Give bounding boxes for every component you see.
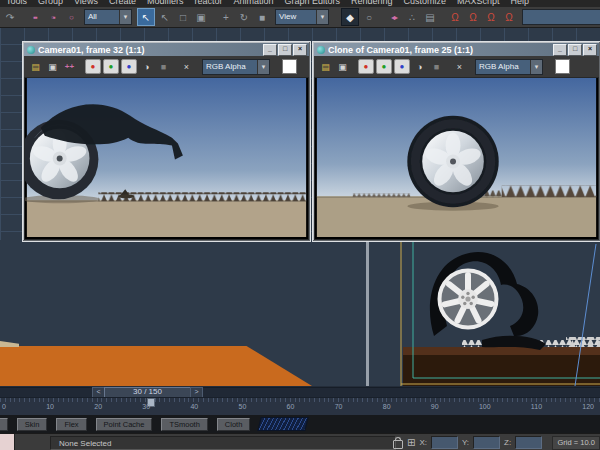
select-by-name-icon[interactable]: ↖ [157,9,173,25]
maximize-button[interactable]: □ [568,44,582,56]
menu-item[interactable]: Modifiers [147,0,184,6]
trackbar-frame-label: 30 [142,403,150,410]
bind-spacewarp-icon[interactable]: ○ [63,9,79,25]
green-channel-icon[interactable]: ● [103,59,119,74]
close-button[interactable]: × [583,44,597,56]
render-window-clone: Clone of Camera01, frame 25 (1:1) _ □ × … [312,41,600,242]
main-toolbar: ↷▪▪▫▪○ All ▼ ↖↖□▣+↻■ View ▼ ◆○◂▸∴▤ΩΩΩΩ ▼… [0,7,600,28]
modifier-shelf-button[interactable]: Cloth [217,418,251,431]
coordinate-field[interactable] [515,436,542,449]
redo-icon[interactable]: ↷ [2,9,18,25]
ref-coord-value: View [276,10,316,24]
save-bitmap-icon[interactable]: ▤ [28,60,43,74]
wheel-model [430,252,546,350]
modifier-shelf-button[interactable]: TSmooth [161,418,207,431]
angle-snap-icon[interactable]: Ω [465,9,481,25]
ref-coord-dropdown[interactable]: View ▼ [275,9,329,25]
menu-item[interactable]: Customize [404,0,447,6]
trackbar-frame-label: 0 [2,403,6,410]
alpha-channel-icon[interactable]: ◑ [139,60,154,74]
clear-icon[interactable]: × [179,60,194,74]
menu-item[interactable]: Group [38,0,63,6]
coordinate-axis-label: Y: [462,438,469,447]
rendered-frame-image [24,77,309,240]
menu-item[interactable]: MAXScript [457,0,500,6]
background-color-swatch[interactable] [282,59,297,74]
macro-recorder-panel [0,434,15,450]
background-color-swatch[interactable] [555,59,570,74]
menu-item[interactable]: Animation [233,0,273,6]
layers-icon[interactable]: ▤ [422,9,438,25]
scale-icon[interactable]: ■ [254,9,270,25]
red-channel-icon[interactable]: ● [358,59,374,74]
menu-item[interactable]: Tools [6,0,27,6]
unlink-selection-icon[interactable]: ▫▪ [45,9,61,25]
minimize-button[interactable]: _ [553,44,567,56]
select-move-icon[interactable]: + [218,9,234,25]
close-button[interactable]: × [293,44,307,56]
selection-filter-value: All [85,10,119,24]
selection-lock-icon[interactable] [393,440,403,449]
rotate-icon[interactable]: ↻ [236,9,252,25]
coordinate-field[interactable] [473,436,500,449]
alpha-channel-icon[interactable]: ◑ [412,60,427,74]
green-channel-icon[interactable]: ● [376,59,392,74]
clone-window-icon[interactable]: ▣ [335,60,350,74]
select-manipulate-icon[interactable]: ○ [361,9,377,25]
monochrome-icon[interactable]: ■ [156,60,171,74]
monochrome-icon[interactable]: ■ [429,60,444,74]
selection-prompt: None Selected [51,437,395,448]
blue-channel-icon[interactable]: ● [121,59,137,74]
grid-size-label: Grid = 10.0 [552,436,600,450]
window-title-bar[interactable]: Camera01, frame 32 (1:1) _ □ × [24,43,309,56]
menu-bar: ToolsGroupViewsCreateModifiersreactorAni… [0,0,600,7]
select-object-icon[interactable]: ↖ [137,8,155,26]
viewport-splitter[interactable] [366,240,369,386]
menu-item[interactable]: Help [511,0,530,6]
window-title-bar[interactable]: Clone of Camera01, frame 25 (1:1) _ □ × [314,43,599,56]
save-bitmap-icon[interactable]: ▤ [318,60,333,74]
menu-item[interactable]: Graph Editors [284,0,340,6]
trackbar-frame-label: 100 [479,403,491,410]
maximize-button[interactable]: □ [278,44,292,56]
mirror-icon[interactable]: ◂▸ [386,9,402,25]
clear-icon[interactable]: × [452,60,467,74]
percent-snap-icon[interactable]: Ω [483,9,499,25]
perspective-viewport-ground-edge [0,341,19,347]
use-center-icon[interactable]: ◆ [341,8,359,26]
modifier-shelf-button[interactable]: Skin [17,418,48,431]
camera-viewport-scene[interactable] [370,240,600,386]
menu-item[interactable]: Rendering [351,0,393,6]
select-and-link-icon[interactable]: ▪▪ [27,9,43,25]
named-sets-dropdown[interactable]: ▼ [522,9,600,25]
modifier-shelf-button[interactable]: Flex [56,418,86,431]
modifier-shelf-button[interactable]: Point Cache [96,418,153,431]
menu-item[interactable]: reactor [194,0,222,6]
trackbar-frame-label: 50 [239,403,247,410]
clone-window-icon[interactable]: ▣ [45,60,60,74]
selection-filter-dropdown[interactable]: All ▼ [84,9,132,25]
absolute-mode-icon[interactable]: ⊞ [407,438,415,448]
track-bar[interactable]: 0102030405060708090100110120 [0,397,600,416]
modifier-shelf-button[interactable]: Wrap [0,418,8,431]
trackbar-frame-label: 80 [383,403,391,410]
dual-view-icon[interactable]: ++ [62,60,77,74]
channel-dropdown[interactable]: RGB Alpha ▼ [475,59,543,75]
window-crossing-icon[interactable]: ▣ [193,9,209,25]
channel-value: RGB Alpha [203,60,257,74]
keyboard-override-icon[interactable]: Ω [501,9,517,25]
minimize-button[interactable]: _ [263,44,277,56]
red-channel-icon[interactable]: ● [85,59,101,74]
snap-toggle-icon[interactable]: Ω [447,9,463,25]
perspective-viewport-ground[interactable] [0,346,312,386]
rect-selection-region-icon[interactable]: □ [175,9,191,25]
named-sets-value [523,10,600,24]
align-icon[interactable]: ∴ [404,9,420,25]
menu-item[interactable]: Views [74,0,98,6]
coordinate-field[interactable] [431,436,458,449]
blue-channel-icon[interactable]: ● [394,59,410,74]
trackbar-frame-label: 10 [46,403,54,410]
time-slider[interactable]: < 30 / 150 > [0,386,600,397]
menu-item[interactable]: Create [109,0,136,6]
channel-dropdown[interactable]: RGB Alpha ▼ [202,59,270,75]
